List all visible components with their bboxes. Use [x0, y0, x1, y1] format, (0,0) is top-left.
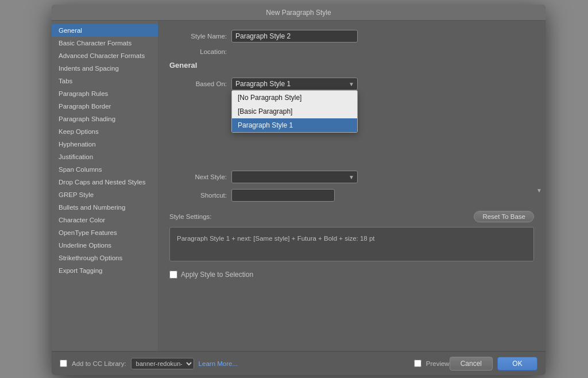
apply-style-row: Apply Style to Selection [169, 271, 534, 279]
based-on-row: Based On: Paragraph Style 1 ▼ [No Paragr… [169, 78, 534, 90]
next-style-dropdown-wrapper: ▼ [231, 171, 358, 183]
new-paragraph-style-dialog: New Paragraph Style General Basic Charac… [52, 5, 546, 375]
sidebar-item-justification[interactable]: Justification [52, 151, 158, 163]
sidebar-item-para-rules[interactable]: Paragraph Rules [52, 87, 158, 100]
learn-more-link[interactable]: Learn More... [199, 360, 238, 367]
cancel-button[interactable]: Cancel [450, 357, 493, 371]
apply-style-checkbox[interactable] [169, 271, 177, 279]
sidebar-item-hyphenation[interactable]: Hyphenation [52, 138, 158, 151]
style-settings-label: Style Settings: [169, 213, 212, 220]
sidebar-item-advanced-char[interactable]: Advanced Character Formats [52, 49, 158, 62]
add-to-library-checkbox[interactable] [60, 360, 67, 367]
preview-label: Preview [426, 360, 450, 367]
sidebar-item-strikethrough[interactable]: Strikethrough Options [52, 252, 158, 264]
based-on-dropdown-popup: [No Paragraph Style] [Basic Paragraph] P… [231, 90, 358, 133]
title-bar: New Paragraph Style [52, 5, 546, 21]
based-on-label: Based On: [169, 80, 227, 87]
reset-to-base-button[interactable]: Reset To Base [474, 211, 534, 222]
location-row: Location: [169, 48, 534, 55]
bottom-right: Cancel OK [450, 357, 537, 371]
style-settings-value: Paragraph Style 1 + next: [Same style] +… [177, 235, 375, 242]
style-settings-section: Style Settings: Reset To Base Paragraph … [169, 211, 534, 261]
add-to-library-label: Add to CC Library: [72, 360, 126, 367]
sidebar-item-span-columns[interactable]: Span Columns [52, 163, 158, 176]
style-settings-box: Paragraph Style 1 + next: [Same style] +… [169, 227, 534, 261]
general-section-title: General [169, 61, 534, 70]
sidebar-item-bullets[interactable]: Bullets and Numbering [52, 201, 158, 214]
shortcut-label: Shortcut: [169, 192, 227, 199]
style-name-row: Style Name: [169, 30, 534, 43]
sidebar-item-opentype[interactable]: OpenType Features [52, 226, 158, 239]
sidebar-item-indents[interactable]: Indents and Spacing [52, 62, 158, 75]
preview-checkbox[interactable] [414, 360, 421, 367]
style-name-input[interactable] [231, 30, 358, 43]
main-panel: Style Name: Location: General Based On: … [158, 21, 546, 351]
sidebar-item-basic-char[interactable]: Basic Character Formats [52, 37, 158, 49]
ok-button[interactable]: OK [497, 357, 537, 371]
sidebar-item-char-color[interactable]: Character Color [52, 214, 158, 226]
location-label: Location: [169, 48, 227, 55]
sidebar-item-export[interactable]: Export Tagging [52, 264, 158, 277]
based-on-dropdown-wrapper: Paragraph Style 1 ▼ [No Paragraph Style]… [231, 78, 358, 90]
next-style-row: Next Style: ▼ [169, 171, 534, 183]
sidebar: General Basic Character Formats Advanced… [52, 21, 158, 351]
next-style-label: Next Style: [169, 173, 227, 180]
next-style-dropdown[interactable] [231, 171, 358, 183]
sidebar-item-tabs[interactable]: Tabs [52, 75, 158, 87]
apply-style-label: Apply Style to Selection [181, 271, 253, 279]
dialog-body: General Basic Character Formats Advanced… [52, 21, 546, 351]
sidebar-item-drop-caps[interactable]: Drop Caps and Nested Styles [52, 176, 158, 188]
sidebar-item-general[interactable]: General [52, 24, 158, 37]
dropdown-option-basic[interactable]: [Basic Paragraph] [232, 105, 357, 118]
sidebar-item-keep-options[interactable]: Keep Options [52, 125, 158, 138]
bottom-bar: Add to CC Library: banner-redokun-... ▼ … [52, 351, 546, 375]
library-dropdown[interactable]: banner-redokun-... [131, 358, 194, 369]
based-on-dropdown[interactable]: Paragraph Style 1 [231, 78, 358, 90]
bottom-left: Add to CC Library: banner-redokun-... ▼ … [60, 358, 414, 369]
sidebar-item-underline[interactable]: Underline Options [52, 239, 158, 252]
dropdown-option-no-style[interactable]: [No Paragraph Style] [232, 91, 357, 105]
style-name-label: Style Name: [169, 33, 227, 40]
sidebar-item-grep[interactable]: GREP Style [52, 188, 158, 201]
shortcut-input[interactable] [231, 189, 335, 202]
dropdown-option-style1[interactable]: Paragraph Style 1 [232, 118, 357, 132]
sidebar-item-para-border[interactable]: Paragraph Border [52, 100, 158, 113]
sidebar-item-para-shading[interactable]: Paragraph Shading [52, 113, 158, 125]
style-settings-header: Style Settings: Reset To Base [169, 211, 534, 222]
shortcut-row: Shortcut: [169, 189, 534, 202]
dialog-title: New Paragraph Style [266, 9, 331, 17]
based-on-value: Paragraph Style 1 [235, 80, 291, 88]
